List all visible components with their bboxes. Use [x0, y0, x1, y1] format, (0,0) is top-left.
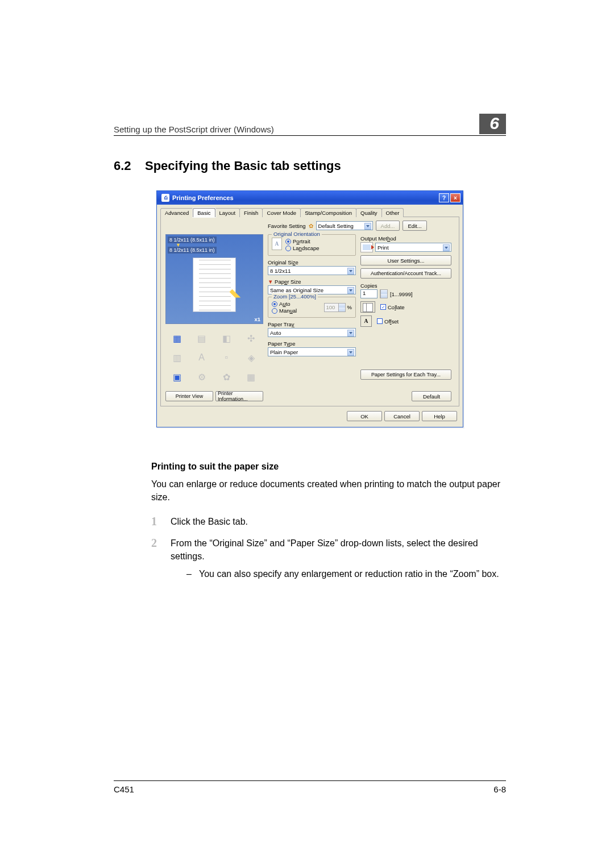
zoom-manual-radio[interactable]	[272, 308, 277, 314]
tab-finish[interactable]: Finish	[239, 208, 263, 217]
zoom-group: Zoom [25...400%] Auto Manual 100 %	[268, 297, 356, 318]
layout-icon-11[interactable]: ✿	[217, 369, 235, 384]
paper-settings-tray-button[interactable]: Paper Settings for Each Tray...	[360, 369, 451, 380]
landscape-radio[interactable]	[285, 246, 291, 251]
original-size-select[interactable]: 8 1/2x11	[268, 266, 356, 275]
dialog-title: Printing Preferences	[172, 194, 234, 201]
tab-basic[interactable]: Basic	[193, 208, 215, 217]
layout-icon-9[interactable]: ▣	[168, 369, 186, 384]
output-method-select[interactable]: Print	[375, 243, 451, 252]
step-number-1: 1	[151, 515, 171, 528]
running-header: Setting up the PostScript driver (Window…	[114, 124, 274, 134]
zoom-value-spinner[interactable]: 100	[324, 303, 346, 312]
paper-type-label: Paper Type	[268, 340, 356, 347]
layout-icon-7[interactable]: ▫	[217, 350, 235, 365]
output-print-icon	[360, 242, 373, 252]
section-title-text: Specifying the Basic tab settings	[145, 159, 341, 173]
printer-view-button[interactable]: Printer View	[165, 391, 213, 401]
help-titlebar-button[interactable]: ?	[439, 193, 449, 202]
tab-stamp-composition[interactable]: Stamp/Composition	[300, 208, 356, 217]
paper-size-label: ▼ Paper Size	[268, 279, 356, 285]
layout-icon-8[interactable]: ◈	[242, 350, 260, 365]
tab-other[interactable]: Other	[381, 208, 404, 217]
collate-icon	[360, 301, 375, 313]
copies-label: Copies	[360, 283, 451, 289]
layout-icon-5[interactable]: ▥	[168, 350, 186, 365]
section-number: 6.2	[114, 159, 145, 173]
step-1-text: Click the Basic tab.	[171, 515, 506, 528]
subheading: Printing to suit the paper size	[151, 462, 506, 472]
layout-icon-6[interactable]: A	[193, 350, 211, 365]
zoom-auto-label: Auto	[279, 301, 291, 307]
preview-label-dst: 8 1/2x11 (8.5x11 in)	[168, 247, 217, 254]
layout-icon-12[interactable]: ▦	[242, 369, 260, 384]
footer-model: C451	[114, 784, 134, 794]
original-orientation-group: Original Orientation A Portrait Landscap…	[268, 234, 356, 256]
page-preview: 8 1/2x11 (8.5x11 in) ▼ 8 1/2x11 (8.5x11 …	[165, 234, 263, 324]
paper-sheet-icon	[193, 258, 236, 312]
zoom-manual-label: Manual	[279, 308, 297, 314]
layout-thumb-icon[interactable]: ▦	[168, 331, 186, 346]
tab-cover-mode[interactable]: Cover Mode	[262, 208, 301, 217]
bullet-dash: –	[186, 567, 199, 580]
copies-input[interactable]: 1	[360, 289, 377, 298]
paper-tray-select[interactable]: Auto	[268, 328, 356, 337]
zoom-auto-radio[interactable]	[272, 301, 277, 307]
zoom-legend: Zoom [25...400%]	[272, 293, 318, 300]
ok-button[interactable]: OK	[347, 411, 382, 421]
tab-quality[interactable]: Quality	[356, 208, 382, 217]
titlebar: ⎙ Printing Preferences ? ×	[157, 191, 463, 205]
layout-icon-2[interactable]: ▤	[193, 331, 211, 346]
step-number-2: 2	[151, 537, 171, 581]
footer-page: 6-8	[493, 784, 506, 794]
landscape-label: Landscape	[293, 245, 320, 251]
collate-label: Collate	[388, 304, 405, 310]
favorite-edit-button[interactable]: Edit...	[403, 221, 426, 231]
intro-paragraph: You can enlarge or reduce documents crea…	[151, 477, 506, 504]
printing-preferences-dialog: ⎙ Printing Preferences ? × Advanced Basi…	[156, 190, 463, 427]
paper-type-select[interactable]: Plain Paper	[268, 347, 356, 356]
portrait-label: Portrait	[293, 238, 310, 244]
user-settings-button[interactable]: User Settings...	[360, 255, 451, 265]
orientation-glyph-icon: A	[272, 238, 282, 250]
copies-spinner[interactable]	[380, 289, 388, 298]
close-button[interactable]: ×	[450, 193, 460, 202]
offset-label: Offset	[384, 318, 399, 325]
help-button[interactable]: Help	[422, 411, 457, 421]
portrait-radio[interactable]	[285, 239, 291, 244]
preview-label-src: 8 1/2x11 (8.5x11 in)	[168, 236, 217, 243]
step-2-text: From the “Original Size” and “Paper Size…	[171, 537, 506, 581]
layout-icon-4[interactable]: ✣	[242, 331, 260, 346]
preview-scale: x1	[254, 316, 260, 322]
favorite-setting-label: Favorite Setting	[268, 223, 306, 229]
original-size-label: Original Size	[268, 259, 356, 265]
tab-advanced[interactable]: Advanced	[160, 208, 193, 217]
tab-layout[interactable]: Layout	[215, 208, 240, 217]
favorite-setting-select[interactable]: Default Setting	[316, 221, 373, 230]
chapter-number: 6	[479, 114, 506, 134]
printer-icon: ⎙	[161, 194, 169, 202]
zoom-pct: %	[347, 304, 352, 310]
paper-tray-label: Paper Tray	[268, 321, 356, 327]
default-button[interactable]: Default	[412, 391, 451, 401]
output-method-label: Output Method	[360, 235, 451, 242]
copies-range: [1...9999]	[390, 291, 413, 297]
layout-icon-10[interactable]: ⚙	[193, 369, 211, 384]
collate-checkbox[interactable]	[380, 304, 386, 310]
cancel-button[interactable]: Cancel	[384, 411, 420, 421]
gear-icon: ✿	[309, 223, 313, 229]
printer-information-button[interactable]: Printer Information...	[215, 391, 263, 401]
layout-icon-3[interactable]: ◧	[217, 331, 235, 346]
offset-checkbox[interactable]	[377, 318, 383, 324]
favorite-add-button[interactable]: Add...	[376, 221, 400, 231]
section-heading: 6.2Specifying the Basic tab settings	[114, 159, 506, 173]
step-2-subtext: You can also specify any enlargement or …	[199, 567, 499, 580]
authentication-button[interactable]: Authentication/Account Track...	[360, 268, 451, 279]
orientation-legend: Original Orientation	[272, 231, 322, 237]
offset-icon: A	[360, 315, 372, 327]
